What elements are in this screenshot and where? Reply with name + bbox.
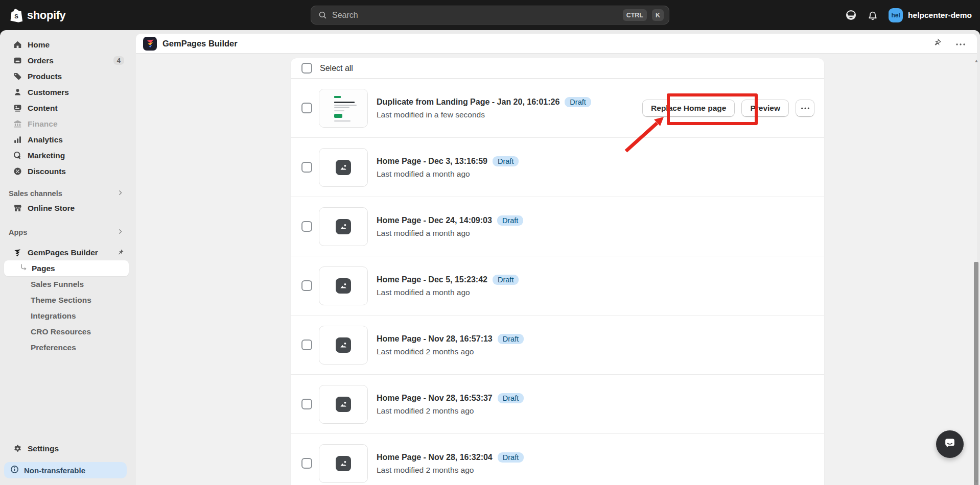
sidebar-item-gempages[interactable]: GemPages Builder <box>4 245 129 260</box>
store-name: helpcenter-demo <box>908 11 972 20</box>
page-row[interactable]: Home Page - Dec 5, 15:23:42Draft Last mo… <box>291 256 824 316</box>
page-row[interactable]: Home Page - Dec 24, 14:09:03Draft Last m… <box>291 197 824 256</box>
row-checkbox[interactable] <box>301 103 312 113</box>
page-thumbnail <box>319 385 368 424</box>
discounts-icon <box>13 167 22 176</box>
assistant-icon[interactable] <box>845 9 857 21</box>
row-more-options-button[interactable] <box>796 100 814 117</box>
shopify-bag-icon: S <box>10 8 23 22</box>
sidebar-item-products[interactable]: Products <box>4 68 129 84</box>
app-title: GemPages Builder <box>162 39 238 48</box>
pin-icon[interactable] <box>116 249 124 256</box>
image-placeholder-icon <box>336 219 351 234</box>
image-placeholder-icon <box>336 397 351 412</box>
pin-app-icon[interactable] <box>933 38 942 49</box>
page-title: Duplicate from Landing Page - Jan 20, 16… <box>377 98 559 107</box>
info-icon <box>10 465 19 475</box>
sidebar-item-label: Products <box>28 72 62 81</box>
sidebar-item-pages[interactable]: Pages <box>4 260 129 276</box>
sales-channels-header[interactable]: Sales channels <box>4 187 129 200</box>
section-label: Sales channels <box>9 189 62 198</box>
gempages-app-icon <box>13 248 22 257</box>
page-row[interactable]: Home Page - Dec 3, 13:16:59Draft Last mo… <box>291 138 824 197</box>
sidebar-item-integrations[interactable]: Integrations <box>4 308 129 324</box>
orders-count-badge: 4 <box>113 56 124 65</box>
chat-bubble-icon <box>943 436 956 452</box>
sidebar-item-settings[interactable]: Settings <box>4 441 129 456</box>
status-badge: Draft <box>493 275 519 285</box>
apps-header[interactable]: Apps <box>4 226 129 239</box>
last-modified-text: Last modified a month ago <box>377 229 523 238</box>
scrollbar[interactable]: ▲ ▼ <box>973 57 979 485</box>
sidebar-item-content[interactable]: Content <box>4 100 129 116</box>
page-row[interactable]: Home Page - Nov 28, 16:53:37Draft Last m… <box>291 375 824 434</box>
store-menu[interactable]: hel helpcenter-demo <box>889 8 972 22</box>
image-placeholder-icon <box>336 337 351 353</box>
search-input[interactable]: Search CTRL K <box>311 6 669 25</box>
scroll-down-arrow[interactable]: ▼ <box>973 479 979 484</box>
chevron-right-icon <box>117 189 124 198</box>
select-all-checkbox[interactable] <box>301 63 312 74</box>
status-badge: Draft <box>498 334 524 344</box>
notifications-bell-icon[interactable] <box>868 10 878 20</box>
replace-home-page-button[interactable]: Replace Home page <box>642 100 735 117</box>
page-row[interactable]: Duplicate from Landing Page - Jan 20, 16… <box>291 79 824 138</box>
status-badge: Draft <box>498 393 524 403</box>
analytics-bars-icon <box>13 135 22 144</box>
page-row[interactable]: Home Page - Nov 28, 16:32:04Draft Last m… <box>291 434 824 485</box>
preview-button[interactable]: Preview <box>741 100 789 117</box>
sidebar-item-label: Orders <box>28 56 54 65</box>
sidebar-item-marketing[interactable]: Marketing <box>4 148 129 163</box>
row-checkbox[interactable] <box>301 221 312 232</box>
customers-icon <box>13 88 22 97</box>
sidebar-item-label: Content <box>28 104 58 113</box>
sidebar-item-customers[interactable]: Customers <box>4 84 129 100</box>
app-card: GemPages Builder Select all <box>136 34 977 485</box>
status-badge: Draft <box>493 156 519 166</box>
sidebar-item-finance[interactable]: Finance <box>4 116 129 132</box>
sidebar-item-analytics[interactable]: Analytics <box>4 132 129 148</box>
sidebar-item-preferences[interactable]: Preferences <box>4 340 129 355</box>
page-thumbnail <box>319 89 368 128</box>
last-modified-text: Last modified in a few seconds <box>377 110 591 119</box>
page-title: Home Page - Dec 5, 15:23:42 <box>377 275 487 284</box>
row-checkbox[interactable] <box>301 162 312 173</box>
sidebar-item-label: GemPages Builder <box>28 248 98 257</box>
sidebar-item-online-store[interactable]: Online Store <box>4 200 129 216</box>
status-badge: Draft <box>497 215 523 226</box>
last-modified-text: Last modified 2 months ago <box>377 406 524 416</box>
scroll-up-arrow[interactable]: ▲ <box>973 58 979 63</box>
finance-bank-icon <box>13 119 22 129</box>
sidebar-item-discounts[interactable]: Discounts <box>4 163 129 179</box>
sidebar-item-home[interactable]: Home <box>4 37 129 53</box>
image-placeholder-icon <box>336 278 351 294</box>
section-label: Apps <box>9 228 27 236</box>
row-checkbox[interactable] <box>301 280 312 291</box>
image-placeholder-icon <box>336 456 351 471</box>
scrollbar-thumb[interactable] <box>974 262 978 485</box>
shopify-logo[interactable]: S shopify <box>10 0 65 30</box>
marketing-target-icon <box>13 151 22 160</box>
page-title: Home Page - Nov 28, 16:53:37 <box>377 394 493 403</box>
row-checkbox[interactable] <box>301 399 312 409</box>
status-badge: Draft <box>498 452 524 463</box>
pages-list: Select all <box>291 58 824 485</box>
sidebar-item-label: Integrations <box>31 311 76 321</box>
keycap-k: K <box>652 9 664 21</box>
non-transferable-badge[interactable]: Non-transferable <box>4 462 127 478</box>
sidebar-item-orders[interactable]: Orders 4 <box>4 53 129 68</box>
page-row[interactable]: Home Page - Nov 28, 16:57:13Draft Last m… <box>291 316 824 375</box>
page-title: Home Page - Dec 24, 14:09:03 <box>377 216 492 225</box>
gempages-logo-icon <box>143 37 157 51</box>
sidebar-item-sales-funnels[interactable]: Sales Funnels <box>4 276 129 292</box>
row-checkbox[interactable] <box>301 340 312 350</box>
page-thumbnail <box>319 148 368 187</box>
thumbnail-preview <box>319 89 367 127</box>
chat-launcher[interactable] <box>936 430 964 458</box>
sidebar-item-theme-sections[interactable]: Theme Sections <box>4 292 129 308</box>
sidebar-item-cro-resources[interactable]: CRO Resources <box>4 324 129 340</box>
page-title: Home Page - Nov 28, 16:32:04 <box>377 453 493 462</box>
more-options-icon[interactable] <box>955 39 966 48</box>
row-checkbox[interactable] <box>301 458 312 469</box>
sidebar-item-label: Sales Funnels <box>31 280 84 289</box>
